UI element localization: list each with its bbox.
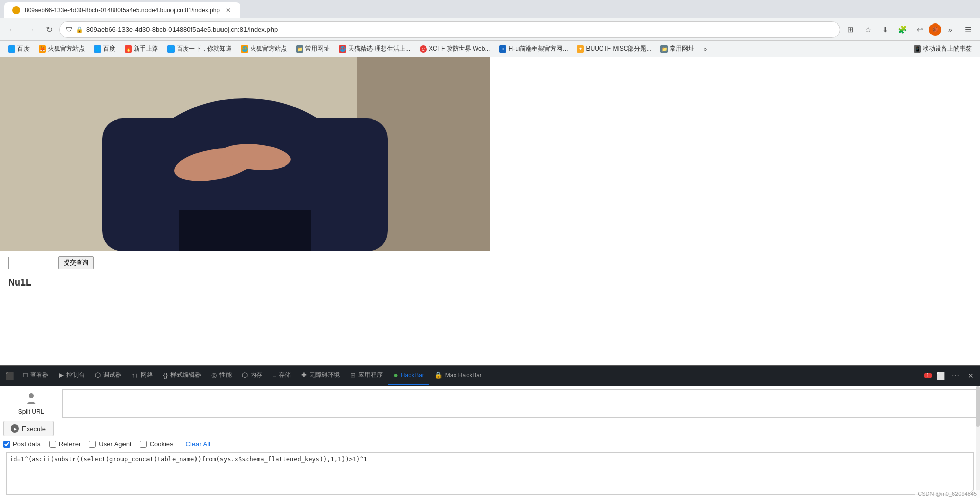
search-submit-button[interactable]: 提交查询 (58, 256, 94, 269)
devtools-overflow-button[interactable]: ⋯ (948, 369, 963, 383)
bookmark-common-urls-2[interactable]: 📁 常用网址 (656, 43, 698, 55)
bookmark-icon: 🌐 (94, 45, 101, 53)
referer-option[interactable]: Referer (49, 440, 81, 448)
referer-checkbox[interactable] (49, 441, 56, 448)
user-agent-checkbox[interactable] (89, 441, 96, 448)
bookmark-baidu-3[interactable]: 🌐 百度一下，你就知道 (163, 43, 236, 55)
post-data-label: Post data (13, 440, 41, 448)
bookmark-tianmao[interactable]: 🌐 天猫精选-理想生活上... (335, 43, 414, 55)
devtools-tab-performance[interactable]: ◎ 性能 (206, 367, 237, 385)
devtools-tab-console[interactable]: ▶ 控制台 (54, 367, 90, 385)
bookmark-label: 新手上路 (134, 44, 158, 53)
devtools-tab-debugger[interactable]: ⬡ 调试器 (90, 367, 127, 385)
application-label: 应用程序 (358, 371, 383, 380)
bookmark-icon: 📁 (296, 45, 303, 53)
post-data-option[interactable]: Post data (3, 440, 41, 448)
user-agent-option[interactable]: User Agent (89, 440, 131, 448)
style-icon: {} (163, 371, 168, 379)
split-url-button[interactable]: Split URL (3, 389, 59, 418)
devtools-tabs: ⬛ □ 查看器 ▶ 控制台 ⬡ 调试器 ↑↓ 网络 {} (0, 366, 980, 386)
devtools-close-button[interactable]: ✕ (964, 369, 978, 383)
bookmark-mobile[interactable]: 📱 移动设备上的书签 (910, 43, 976, 55)
post-data-textarea[interactable]: id=1^(ascii(substr((select(group_concat(… (6, 452, 974, 495)
nav-bar: ← → ↻ 🛡 🔒 ⊞ ☆ ⬇ 🧩 ↩ 🏀 » ☰ (0, 18, 980, 41)
bookmark-icon: H (499, 45, 506, 53)
bookmark-label: H-ui前端框架官方网... (508, 44, 568, 53)
avatar-button[interactable]: 🏀 (929, 23, 941, 36)
address-bar[interactable]: 🛡 🔒 (59, 21, 840, 38)
devtools-tab-network[interactable]: ↑↓ 网络 (127, 367, 158, 385)
screenshots-button[interactable]: ⊞ (842, 21, 859, 38)
forward-button[interactable]: → (22, 21, 39, 38)
memory-icon: ⬡ (242, 371, 248, 379)
execute-label: Execute (22, 425, 46, 433)
url-textarea[interactable] (62, 389, 977, 418)
post-data-checkbox[interactable] (3, 441, 10, 448)
devtools-scrollbar[interactable] (976, 386, 980, 498)
devtools-tab-inspector[interactable]: □ 查看器 (18, 367, 54, 385)
options-row: Post data Referer User Agent Cookies C (3, 439, 977, 449)
debugger-label: 调试器 (103, 371, 121, 380)
bookmark-baidu-1[interactable]: 🌐 百度 (4, 43, 34, 55)
refresh-button[interactable]: ↻ (41, 21, 57, 38)
bookmark-button[interactable]: ☆ (860, 21, 876, 38)
style-editor-label: 样式编辑器 (170, 371, 201, 380)
tab-favicon (12, 6, 20, 14)
menu-button[interactable]: ☰ (960, 21, 976, 38)
debugger-icon: ⬡ (95, 371, 101, 379)
clear-all-button[interactable]: Clear All (186, 440, 210, 448)
split-url-label: Split URL (18, 408, 44, 415)
lock-icon: 🔒 (76, 26, 83, 33)
bookmark-icon: 🌐 (241, 45, 248, 53)
bookmark-common-urls[interactable]: 📁 常用网址 (292, 43, 334, 55)
browser-tab[interactable]: 809aeb66-133e-4d30-8bcb-014880f5a4e5.nod… (4, 2, 240, 18)
devtools-tab-storage[interactable]: ≡ 存储 (267, 367, 297, 385)
bookmark-firefox-2[interactable]: 🌐 火狐官方站点 (237, 43, 291, 55)
person-svg (0, 57, 490, 251)
cookies-option[interactable]: Cookies (140, 440, 174, 448)
tab-close-button[interactable]: ✕ (224, 6, 232, 14)
devtools-actions: 1 ⬜ ⋯ ✕ (924, 369, 978, 383)
devtools-tab-style-editor[interactable]: {} 样式编辑器 (158, 367, 206, 385)
devtools-tab-memory[interactable]: ⬡ 内存 (237, 367, 267, 385)
accessibility-label: 无障碍环境 (309, 371, 340, 380)
devtools-panel: ⬛ □ 查看器 ▶ 控制台 ⬡ 调试器 ↑↓ 网络 {} (0, 365, 980, 498)
bookmark-xctf[interactable]: C XCTF 攻防世界 Web... (415, 43, 494, 55)
search-input[interactable] (8, 257, 54, 269)
performance-icon: ◎ (211, 371, 217, 379)
back-alt-button[interactable]: ↩ (912, 21, 928, 38)
bookmark-buuctf[interactable]: ★ BUUCTF MISC部分题... (573, 43, 655, 55)
bookmark-label: 百度 (17, 44, 30, 53)
devtools-tab-accessibility[interactable]: ✚ 无障碍环境 (296, 367, 345, 385)
bookmark-firefox-1[interactable]: 🦊 火狐官方站点 (35, 43, 89, 55)
devtools-tab-hackbar[interactable]: ● HackBar (388, 367, 429, 385)
back-button[interactable]: ← (4, 21, 20, 38)
bookmark-hui[interactable]: H H-ui前端框架官方网... (495, 43, 572, 55)
devtools-tab-application[interactable]: ⊞ 应用程序 (345, 367, 388, 385)
devtools-scrollbar-thumb[interactable] (976, 386, 980, 427)
devtools-dock-button[interactable]: ⬛ (2, 369, 16, 383)
nav-actions: ⊞ ☆ ⬇ 🧩 ↩ 🏀 » ☰ (842, 21, 976, 38)
url-input[interactable] (86, 26, 834, 33)
bookmarks-more-button[interactable]: » (700, 44, 710, 54)
user-agent-label: User Agent (99, 440, 131, 448)
more-tools-button[interactable]: » (942, 21, 959, 38)
cookies-checkbox[interactable] (140, 441, 147, 448)
hackbar-dot-icon: ● (393, 371, 398, 380)
console-icon: ▶ (59, 371, 64, 379)
bookmark-newbie[interactable]: 🔥 新手上路 (120, 43, 162, 55)
execute-button[interactable]: Execute (3, 421, 54, 436)
bookmark-icon: 🌐 (8, 45, 15, 53)
search-form: 提交查询 (8, 256, 972, 269)
page-form-area: 提交查询 (0, 251, 980, 274)
bookmark-baidu-2[interactable]: 🌐 百度 (90, 43, 119, 55)
page-content[interactable]: 提交查询 Nu1L (0, 57, 980, 365)
devtools-detach-button[interactable]: ⬜ (933, 369, 947, 383)
bookmark-icon: 🌐 (167, 45, 175, 53)
download-button[interactable]: ⬇ (877, 21, 893, 38)
devtools-tab-max-hackbar[interactable]: 🔒 Max HackBar (429, 367, 487, 385)
network-icon: ↑↓ (132, 371, 138, 379)
bookmark-label: 百度一下，你就知道 (177, 44, 232, 53)
extensions-button[interactable]: 🧩 (894, 21, 911, 38)
hackbar-top-row: Split URL (3, 389, 977, 418)
